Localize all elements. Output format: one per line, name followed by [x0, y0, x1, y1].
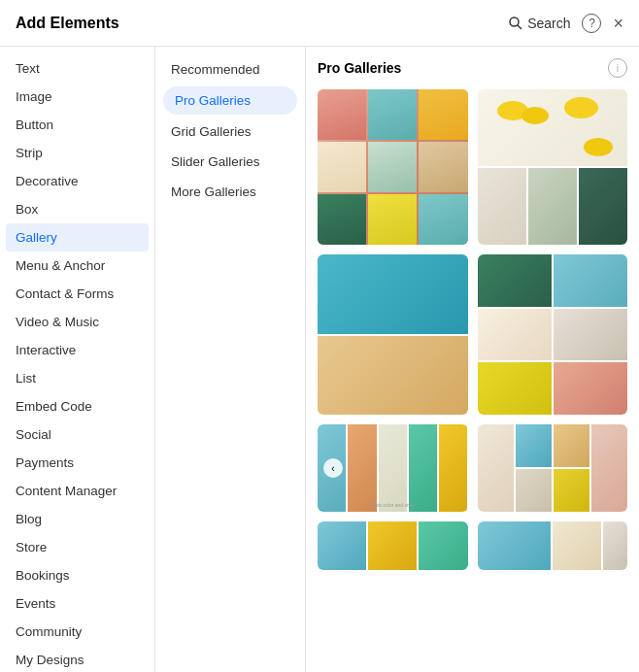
middle-nav-item-grid-galleries[interactable]: Grid Galleries — [155, 117, 305, 147]
sidebar-item-embed-code[interactable]: Embed Code — [0, 392, 154, 420]
sidebar-item-strip[interactable]: Strip — [0, 139, 154, 167]
search-icon — [508, 16, 523, 31]
sidebar-item-box[interactable]: Box — [0, 195, 154, 223]
info-icon-label: i — [617, 62, 619, 74]
sidebar-item-gallery[interactable]: Gallery — [6, 223, 149, 252]
sidebar-item-community[interactable]: Community — [0, 618, 154, 646]
page-title: Add Elements — [16, 15, 119, 32]
gallery-grid: ‹ Adds color and style — [318, 89, 627, 570]
sidebar-item-blog[interactable]: Blog — [0, 505, 154, 533]
middle-nav-item-pro-galleries[interactable]: Pro Galleries — [163, 86, 297, 115]
sidebar-item-text[interactable]: Text — [0, 54, 154, 83]
gallery-thumbnail-8[interactable] — [478, 521, 628, 570]
close-icon: × — [613, 14, 623, 33]
middle-nav-item-more-galleries[interactable]: More Galleries — [155, 177, 305, 207]
gallery-text-overlay: Adds color and style — [371, 502, 415, 508]
header-actions: Search ? × — [508, 14, 623, 33]
middle-nav-item-slider-galleries[interactable]: Slider Galleries — [155, 147, 305, 177]
svg-point-0 — [510, 17, 519, 26]
sidebar-item-interactive[interactable]: Interactive — [0, 336, 154, 364]
sidebar-item-my-designs[interactable]: My Designs — [0, 646, 154, 672]
search-button[interactable]: Search — [508, 16, 570, 31]
gallery-thumbnail-4[interactable] — [478, 254, 628, 415]
search-label: Search — [527, 16, 570, 31]
content-area: Pro Galleries i — [306, 47, 639, 672]
header: Add Elements Search ? × — [0, 0, 639, 47]
help-button[interactable]: ? — [582, 14, 601, 33]
sidebar-item-content-manager[interactable]: Content Manager — [0, 477, 154, 505]
gallery-thumbnail-5[interactable]: ‹ Adds color and style — [318, 424, 468, 512]
sidebar-item-events[interactable]: Events — [0, 589, 154, 618]
sidebar-item-decorative[interactable]: Decorative — [0, 167, 154, 195]
sidebar-item-button[interactable]: Button — [0, 111, 154, 139]
sidebar-item-bookings[interactable]: Bookings — [0, 561, 154, 589]
sidebar-item-payments[interactable]: Payments — [0, 449, 154, 477]
gallery-thumbnail-2[interactable] — [478, 89, 628, 245]
sidebar-item-list[interactable]: List — [0, 364, 154, 392]
sidebar-item-video-music[interactable]: Video & Music — [0, 308, 154, 336]
gallery-thumbnail-3[interactable] — [318, 254, 468, 415]
content-title: Pro Galleries — [318, 60, 401, 76]
sidebar-item-store[interactable]: Store — [0, 533, 154, 561]
middle-nav: Recommended Pro Galleries Grid Galleries… — [155, 47, 306, 672]
sidebar: Text Image Button Strip Decorative Box G… — [0, 47, 155, 672]
content-header: Pro Galleries i — [318, 58, 627, 78]
close-button[interactable]: × — [613, 15, 623, 32]
info-button[interactable]: i — [608, 58, 627, 78]
svg-line-1 — [518, 25, 521, 29]
gallery-thumbnail-6[interactable] — [478, 424, 628, 512]
sidebar-item-social[interactable]: Social — [0, 420, 154, 449]
gallery-thumbnail-7[interactable] — [318, 521, 468, 570]
main-layout: Text Image Button Strip Decorative Box G… — [0, 47, 639, 672]
help-icon: ? — [589, 17, 595, 30]
sidebar-item-image[interactable]: Image — [0, 83, 154, 111]
middle-nav-item-recommended[interactable]: Recommended — [155, 54, 305, 84]
gallery-arrow-left[interactable]: ‹ — [323, 458, 343, 478]
gallery-thumbnail-1[interactable] — [318, 89, 468, 245]
sidebar-item-contact-forms[interactable]: Contact & Forms — [0, 280, 154, 308]
sidebar-item-menu-anchor[interactable]: Menu & Anchor — [0, 252, 154, 280]
